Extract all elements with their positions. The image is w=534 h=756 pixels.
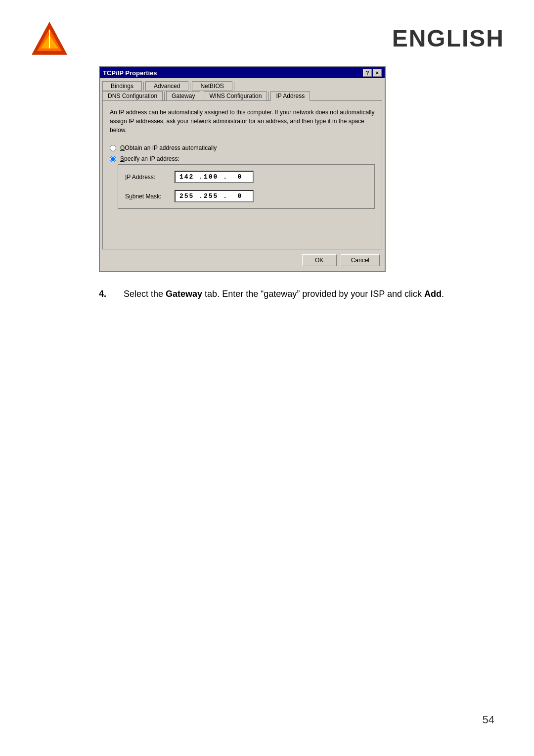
help-button[interactable]: ?: [363, 69, 372, 77]
step-text-part3: .: [442, 289, 444, 299]
radio-auto-input[interactable]: [110, 145, 116, 151]
dialog-wrapper: TCP/IP Properties ? × Bindings Advanced: [99, 66, 386, 272]
english-title: ENGLISH: [392, 25, 504, 52]
tab-divider-2: [190, 82, 190, 91]
radio-specify-input[interactable]: [110, 156, 116, 162]
subnet-mask-input[interactable]: [175, 190, 254, 202]
header-area: ENGLISH: [30, 20, 504, 61]
tab-gateway[interactable]: Gateway: [166, 91, 200, 101]
step-text-part1: Select the: [124, 289, 166, 299]
radio-specify-group: Specify an IP address: IP Address:: [110, 155, 375, 209]
ok-button[interactable]: OK: [302, 254, 337, 266]
page-container: ENGLISH TCP/IP Properties ? × Bindings: [0, 0, 534, 756]
dialog-title: TCP/IP Properties: [103, 69, 157, 77]
tab-content-ip: An IP address can be automatically assig…: [102, 101, 382, 249]
page-number: 54: [483, 713, 494, 726]
description-text: An IP address can be automatically assig…: [110, 108, 375, 135]
step-text: Select the Gateway tab. Enter the “gatew…: [124, 287, 444, 301]
tab-bindings[interactable]: Bindings: [102, 81, 142, 91]
dialog-titlebar: TCP/IP Properties ? ×: [100, 67, 385, 78]
ip-address-row: IP Address:: [125, 171, 367, 183]
tab-dns[interactable]: DNS Configuration: [102, 91, 163, 101]
tab-wins[interactable]: WINS Configuration: [204, 91, 267, 101]
step-number: 4.: [99, 287, 114, 301]
logo-area: [30, 20, 79, 61]
radio-specify-label: Specify an IP address:: [120, 155, 179, 162]
tabs-row1: Bindings Advanced NetBIOS: [102, 81, 382, 91]
tab-divider-3: [234, 82, 234, 91]
tab-divider-4: [164, 92, 165, 100]
step-text-bold2: Add: [424, 289, 442, 299]
step-text-part2: tab. Enter the “gateway” provided by you…: [202, 289, 424, 299]
tab-divider-6: [268, 92, 269, 100]
specify-ip-box: IP Address: Subnet Mask:: [118, 164, 375, 209]
tab-divider-5: [202, 92, 202, 100]
ip-address-input[interactable]: [175, 171, 254, 183]
tabs-row1-container: Bindings Advanced NetBIOS: [100, 78, 385, 91]
radio-auto-option[interactable]: OObtain an IP address automatically: [110, 144, 375, 151]
tab-advanced[interactable]: Advanced: [145, 81, 188, 91]
radio-specify-option[interactable]: Specify an IP address:: [110, 155, 375, 162]
subnet-mask-label: Subnet Mask:: [125, 193, 170, 200]
tabs-row2: DNS Configuration Gateway WINS Configura…: [102, 91, 382, 101]
ip-address-label: IP Address:: [125, 174, 170, 181]
dialog-buttons: OK Cancel: [100, 249, 385, 271]
tab-ip-address[interactable]: IP Address: [270, 91, 310, 101]
tab-netbios[interactable]: NetBIOS: [192, 81, 232, 91]
titlebar-buttons: ? ×: [363, 69, 382, 77]
instruction-area: 4. Select the Gateway tab. Enter the “ga…: [99, 287, 475, 301]
tcp-ip-dialog: TCP/IP Properties ? × Bindings Advanced: [99, 66, 386, 272]
step-text-bold1: Gateway: [166, 289, 202, 299]
radio-auto-label: OObtain an IP address automatically: [120, 144, 217, 151]
tabs-row2-container: DNS Configuration Gateway WINS Configura…: [100, 91, 385, 101]
subnet-mask-row: Subnet Mask:: [125, 190, 367, 202]
cancel-button[interactable]: Cancel: [341, 254, 380, 266]
close-button[interactable]: ×: [373, 69, 382, 77]
logo-icon: [30, 20, 69, 59]
tab-divider-1: [143, 82, 144, 91]
